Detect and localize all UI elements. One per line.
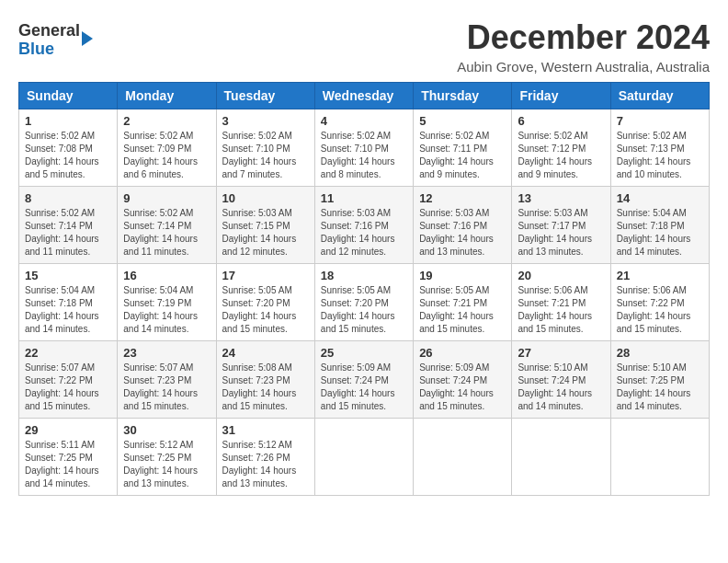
calendar-header-sunday: Sunday xyxy=(19,83,118,109)
day-number: 7 xyxy=(617,114,703,128)
day-info: Sunrise: 5:10 AM Sunset: 7:24 PM Dayligh… xyxy=(518,362,604,413)
day-info: Sunrise: 5:03 AM Sunset: 7:16 PM Dayligh… xyxy=(419,207,506,259)
calendar-cell: 19Sunrise: 5:05 AM Sunset: 7:21 PM Dayli… xyxy=(414,264,512,341)
calendar-cell: 20Sunrise: 5:06 AM Sunset: 7:21 PM Dayli… xyxy=(512,264,610,341)
calendar-header-tuesday: Tuesday xyxy=(216,83,314,109)
logo-text: General Blue xyxy=(18,22,80,59)
day-number: 3 xyxy=(222,114,309,128)
day-info: Sunrise: 5:06 AM Sunset: 7:21 PM Dayligh… xyxy=(518,284,604,336)
day-info: Sunrise: 5:02 AM Sunset: 7:13 PM Dayligh… xyxy=(617,130,703,181)
day-info: Sunrise: 5:03 AM Sunset: 7:16 PM Dayligh… xyxy=(321,207,407,259)
day-number: 10 xyxy=(222,191,309,205)
calendar-cell: 25Sunrise: 5:09 AM Sunset: 7:24 PM Dayli… xyxy=(314,341,413,419)
day-number: 17 xyxy=(222,269,309,282)
calendar-cell: 1Sunrise: 5:02 AM Sunset: 7:08 PM Daylig… xyxy=(19,109,118,187)
logo-blue: Blue xyxy=(18,40,80,59)
day-number: 27 xyxy=(518,346,604,360)
calendar-cell: 9Sunrise: 5:02 AM Sunset: 7:14 PM Daylig… xyxy=(118,187,216,264)
day-number: 24 xyxy=(222,346,309,360)
calendar-cell: 15Sunrise: 5:04 AM Sunset: 7:18 PM Dayli… xyxy=(19,264,118,341)
day-info: Sunrise: 5:02 AM Sunset: 7:11 PM Dayligh… xyxy=(419,130,506,181)
day-info: Sunrise: 5:02 AM Sunset: 7:10 PM Dayligh… xyxy=(222,130,309,181)
day-number: 14 xyxy=(617,191,703,205)
calendar-cell: 17Sunrise: 5:05 AM Sunset: 7:20 PM Dayli… xyxy=(216,264,314,341)
day-info: Sunrise: 5:05 AM Sunset: 7:20 PM Dayligh… xyxy=(321,284,407,336)
calendar-cell: 29Sunrise: 5:11 AM Sunset: 7:25 PM Dayli… xyxy=(19,419,118,496)
day-number: 9 xyxy=(123,191,210,205)
day-number: 18 xyxy=(321,269,407,282)
day-number: 22 xyxy=(25,346,111,360)
calendar-header-thursday: Thursday xyxy=(414,83,512,109)
month-title: December 2024 xyxy=(457,18,710,57)
day-info: Sunrise: 5:05 AM Sunset: 7:21 PM Dayligh… xyxy=(419,284,506,336)
day-number: 11 xyxy=(321,191,407,205)
calendar-cell xyxy=(414,419,512,496)
day-number: 8 xyxy=(25,191,111,205)
calendar-cell: 4Sunrise: 5:02 AM Sunset: 7:10 PM Daylig… xyxy=(314,109,413,187)
calendar-cell: 28Sunrise: 5:10 AM Sunset: 7:25 PM Dayli… xyxy=(610,341,709,419)
day-number: 12 xyxy=(419,191,506,205)
calendar-cell: 7Sunrise: 5:02 AM Sunset: 7:13 PM Daylig… xyxy=(610,109,709,187)
day-info: Sunrise: 5:11 AM Sunset: 7:25 PM Dayligh… xyxy=(25,439,111,490)
calendar-cell: 23Sunrise: 5:07 AM Sunset: 7:23 PM Dayli… xyxy=(118,341,216,419)
location: Aubin Grove, Western Australia, Australi… xyxy=(457,59,710,75)
calendar-week-row: 15Sunrise: 5:04 AM Sunset: 7:18 PM Dayli… xyxy=(19,264,710,341)
calendar-cell: 5Sunrise: 5:02 AM Sunset: 7:11 PM Daylig… xyxy=(414,109,512,187)
calendar-header-row: SundayMondayTuesdayWednesdayThursdayFrid… xyxy=(19,83,710,109)
calendar-week-row: 8Sunrise: 5:02 AM Sunset: 7:14 PM Daylig… xyxy=(19,187,710,264)
calendar-cell: 3Sunrise: 5:02 AM Sunset: 7:10 PM Daylig… xyxy=(216,109,314,187)
day-number: 20 xyxy=(518,269,604,282)
day-number: 30 xyxy=(123,423,210,437)
day-info: Sunrise: 5:02 AM Sunset: 7:10 PM Dayligh… xyxy=(321,130,407,181)
calendar-header-friday: Friday xyxy=(512,83,610,109)
day-info: Sunrise: 5:04 AM Sunset: 7:19 PM Dayligh… xyxy=(123,284,210,336)
day-number: 1 xyxy=(25,114,111,128)
calendar-cell: 22Sunrise: 5:07 AM Sunset: 7:22 PM Dayli… xyxy=(19,341,118,419)
day-info: Sunrise: 5:06 AM Sunset: 7:22 PM Dayligh… xyxy=(617,284,703,336)
day-info: Sunrise: 5:02 AM Sunset: 7:14 PM Dayligh… xyxy=(25,207,111,259)
calendar-cell: 13Sunrise: 5:03 AM Sunset: 7:17 PM Dayli… xyxy=(512,187,610,264)
day-number: 2 xyxy=(123,114,210,128)
calendar-week-row: 29Sunrise: 5:11 AM Sunset: 7:25 PM Dayli… xyxy=(19,419,710,496)
day-info: Sunrise: 5:02 AM Sunset: 7:08 PM Dayligh… xyxy=(25,130,111,181)
calendar-cell: 8Sunrise: 5:02 AM Sunset: 7:14 PM Daylig… xyxy=(19,187,118,264)
day-number: 4 xyxy=(321,114,407,128)
calendar-cell xyxy=(314,419,413,496)
calendar-cell xyxy=(610,419,709,496)
day-info: Sunrise: 5:09 AM Sunset: 7:24 PM Dayligh… xyxy=(419,362,506,413)
day-number: 29 xyxy=(25,423,111,437)
logo-general: General xyxy=(18,22,80,40)
logo: General Blue xyxy=(18,22,93,59)
day-number: 25 xyxy=(321,346,407,360)
calendar-header-monday: Monday xyxy=(118,83,216,109)
calendar-cell: 2Sunrise: 5:02 AM Sunset: 7:09 PM Daylig… xyxy=(118,109,216,187)
day-info: Sunrise: 5:05 AM Sunset: 7:20 PM Dayligh… xyxy=(222,284,309,336)
calendar-cell xyxy=(512,419,610,496)
day-info: Sunrise: 5:08 AM Sunset: 7:23 PM Dayligh… xyxy=(222,362,309,413)
day-number: 5 xyxy=(419,114,506,128)
calendar-cell: 24Sunrise: 5:08 AM Sunset: 7:23 PM Dayli… xyxy=(216,341,314,419)
calendar-cell: 16Sunrise: 5:04 AM Sunset: 7:19 PM Dayli… xyxy=(118,264,216,341)
calendar-header-wednesday: Wednesday xyxy=(314,83,413,109)
logo-arrow-icon xyxy=(82,31,93,46)
day-number: 16 xyxy=(123,269,210,282)
day-info: Sunrise: 5:02 AM Sunset: 7:09 PM Dayligh… xyxy=(123,130,210,181)
day-number: 28 xyxy=(617,346,703,360)
calendar-cell: 27Sunrise: 5:10 AM Sunset: 7:24 PM Dayli… xyxy=(512,341,610,419)
day-info: Sunrise: 5:12 AM Sunset: 7:26 PM Dayligh… xyxy=(222,439,309,490)
calendar-cell: 21Sunrise: 5:06 AM Sunset: 7:22 PM Dayli… xyxy=(610,264,709,341)
calendar-cell: 12Sunrise: 5:03 AM Sunset: 7:16 PM Dayli… xyxy=(414,187,512,264)
day-info: Sunrise: 5:12 AM Sunset: 7:25 PM Dayligh… xyxy=(123,439,210,490)
day-info: Sunrise: 5:02 AM Sunset: 7:14 PM Dayligh… xyxy=(123,207,210,259)
day-number: 19 xyxy=(419,269,506,282)
day-info: Sunrise: 5:10 AM Sunset: 7:25 PM Dayligh… xyxy=(617,362,703,413)
day-info: Sunrise: 5:02 AM Sunset: 7:12 PM Dayligh… xyxy=(518,130,604,181)
day-info: Sunrise: 5:04 AM Sunset: 7:18 PM Dayligh… xyxy=(25,284,111,336)
calendar-cell: 11Sunrise: 5:03 AM Sunset: 7:16 PM Dayli… xyxy=(314,187,413,264)
day-info: Sunrise: 5:07 AM Sunset: 7:22 PM Dayligh… xyxy=(25,362,111,413)
day-number: 26 xyxy=(419,346,506,360)
day-number: 6 xyxy=(518,114,604,128)
calendar-header-saturday: Saturday xyxy=(610,83,709,109)
day-number: 23 xyxy=(123,346,210,360)
calendar-cell: 31Sunrise: 5:12 AM Sunset: 7:26 PM Dayli… xyxy=(216,419,314,496)
